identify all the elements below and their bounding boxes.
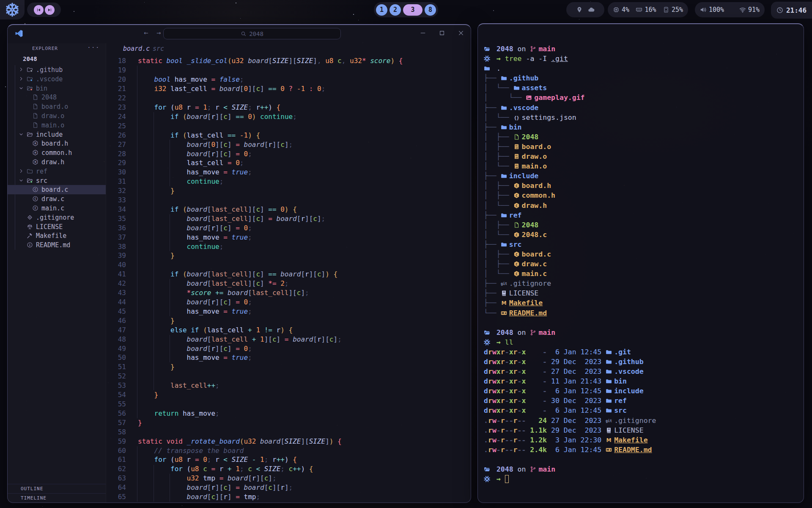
chex-icon: C: [513, 261, 522, 267]
folder-icon: [513, 85, 522, 91]
tab-filename[interactable]: board.c: [123, 45, 150, 52]
project-root-item[interactable]: 2048: [8, 54, 106, 65]
branch-icon: [530, 466, 538, 472]
exfo-icon: [27, 131, 33, 138]
media-prev-button[interactable]: [34, 5, 44, 15]
disk-icon: [663, 6, 669, 13]
code-line: 63 u32 tmp = board[r][c];: [106, 474, 471, 483]
filex-icon: [513, 222, 522, 228]
exfo-icon: [27, 85, 33, 91]
explorer-item-main.o[interactable]: main.o: [8, 121, 106, 130]
explorer-item-draw.h[interactable]: Hdraw.h: [8, 157, 106, 167]
explorer-item-Makefile[interactable]: Makefile: [8, 231, 106, 240]
code-line: 24 if (board[r][c] == 0) continue;: [106, 112, 471, 121]
terminal-line: ├── git.gitignore: [484, 279, 804, 289]
explorer-item-common.h[interactable]: Hcommon.h: [8, 148, 106, 157]
exfile-icon: [32, 113, 38, 119]
workspace-2[interactable]: 2: [390, 4, 401, 16]
code-line: 47 else if (last_cell + 1 != r) {: [106, 325, 471, 334]
exfile-icon: [32, 103, 38, 110]
folder-icon: [606, 407, 614, 414]
terminal-window[interactable]: 2048 on main → tree -a -I .git .├── .git…: [477, 23, 804, 503]
cpu-icon: [613, 6, 620, 13]
svg-text:git: git: [606, 419, 612, 423]
skip-back-icon: [36, 7, 41, 13]
explorer-item-src[interactable]: src: [8, 176, 106, 185]
maximize-button[interactable]: [439, 30, 445, 36]
exhexH-icon: H: [32, 140, 38, 146]
explorer-item-draw.o[interactable]: draw.o: [8, 111, 106, 121]
svg-text:H: H: [34, 160, 36, 164]
terminal-line: │ └── Cmain.c: [484, 270, 804, 279]
svg-text:git: git: [501, 282, 507, 286]
explorer-item-ref[interactable]: ref: [8, 167, 106, 176]
exhexH-icon: H: [32, 149, 38, 156]
terminal-line: └── README.md: [484, 309, 804, 319]
command-center-search[interactable]: 2048: [163, 28, 341, 39]
code-line: 58: [106, 427, 471, 436]
explorer-item-bin[interactable]: bin: [8, 84, 106, 93]
code-line: 25: [106, 121, 471, 130]
exfo-icon: [27, 177, 33, 184]
system-stats: 4% 16% 25%: [608, 2, 688, 17]
explorer-item-.github[interactable]: .github: [8, 65, 106, 75]
timeline-section[interactable]: TIMELINE: [8, 493, 106, 502]
media-controls: [27, 3, 61, 17]
code-line: 21 i32 last_cell = board[0][c] == 0 ? -1…: [106, 84, 471, 94]
outline-section[interactable]: OUTLINE: [8, 484, 106, 493]
nav-forward-button[interactable]: →: [156, 28, 161, 37]
mfile-icon: M: [606, 437, 614, 443]
chex-icon: C: [513, 192, 522, 199]
terminal-line: │ ├── 0110draw.o: [484, 152, 804, 162]
explorer-item-draw.c[interactable]: Cdraw.c: [8, 194, 106, 204]
folderopen-icon: [484, 466, 492, 472]
code-line: 55: [106, 400, 471, 409]
code-line: 37 has_move = true;: [106, 232, 471, 242]
terminal-line: .rw-r--r-- 24 27 Dec 2023 git.gitignore: [484, 417, 804, 426]
clock-widget: 21:46: [771, 2, 812, 19]
app-launcher-button[interactable]: [0, 0, 25, 19]
folder-icon: [606, 378, 614, 384]
svg-text:C: C: [34, 197, 36, 201]
code-line: 35 board[last_cell][c] = board[r][c];: [106, 214, 471, 223]
explorer-item-include[interactable]: include: [8, 130, 106, 139]
gittext-icon: git: [606, 417, 614, 424]
media-next-button[interactable]: [45, 5, 55, 15]
tab-dir-hint: src: [153, 45, 164, 52]
explorer-item-.vscode[interactable]: .vscode: [8, 75, 106, 84]
excircC-icon: C: [32, 186, 38, 193]
wifi-strength: 91%: [748, 6, 760, 14]
explorer-item-main.c[interactable]: Cmain.c: [8, 204, 106, 213]
book-icon: [501, 290, 509, 296]
workspace-1[interactable]: 1: [376, 4, 387, 16]
explorer-item-board.c[interactable]: Cboard.c: [8, 185, 106, 194]
workspace-8[interactable]: 8: [425, 4, 436, 16]
excircC-icon: C: [32, 196, 38, 202]
folder-icon: [606, 368, 614, 375]
explorer-item-2048[interactable]: 2048: [8, 93, 106, 102]
vscode-window: ← → 2048 EXPLORER ··· 2048: [7, 24, 471, 503]
exfile-icon: [32, 94, 38, 100]
explorer-more-icon[interactable]: ···: [88, 44, 100, 50]
explorer-item-LICENSE[interactable]: LICENSE: [8, 222, 106, 232]
code-line: 44 board[r][c] = 0;: [106, 298, 471, 307]
audio-network-stats: 100% 91%: [695, 2, 765, 17]
exfile-icon: [32, 122, 38, 128]
workspace-3-active[interactable]: 3: [403, 4, 422, 16]
nav-back-button[interactable]: ←: [144, 28, 148, 37]
explorer-item-board.h[interactable]: Hboard.h: [8, 139, 106, 148]
close-button[interactable]: [458, 30, 464, 36]
explorer-item-.gitignore[interactable]: .gitignore: [8, 213, 106, 222]
minimize-button[interactable]: [420, 30, 426, 36]
code-line: 27 board[0][c] = board[r][c];: [106, 140, 471, 149]
svg-text:C: C: [516, 194, 518, 198]
explorer-item-board.o[interactable]: board.o: [8, 102, 106, 111]
explorer-item-README.md[interactable]: README.md: [8, 240, 106, 250]
chevron-right-icon: [19, 168, 24, 174]
exdiamond-icon: [27, 214, 33, 221]
folder-icon: [501, 75, 509, 81]
code-line: 59static void _rotate_board(u32 board[SI…: [106, 436, 471, 446]
chex-icon: C: [513, 202, 522, 209]
excircC-icon: C: [32, 205, 38, 211]
code-editor[interactable]: 18static bool _slide_col(u32 board[SIZE]…: [106, 56, 471, 502]
